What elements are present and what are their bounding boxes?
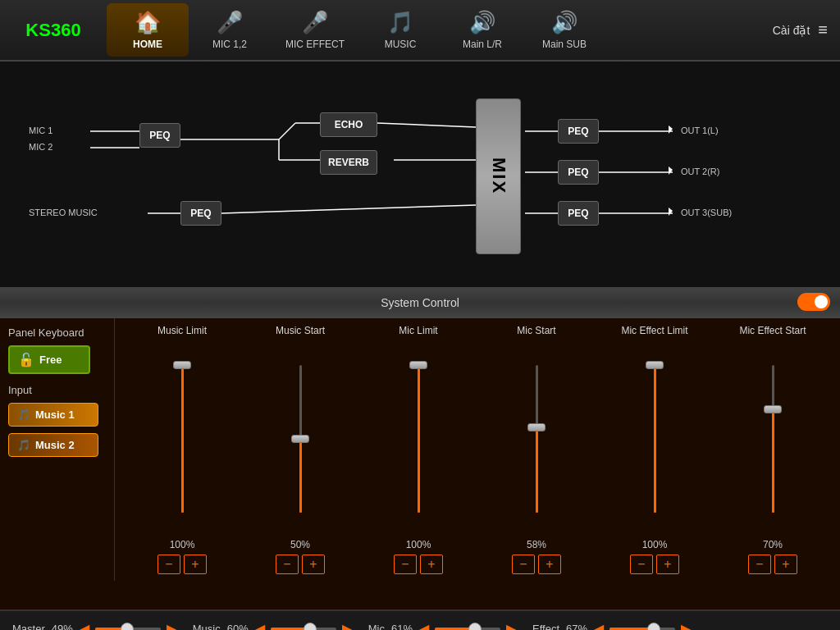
slider-track-music_start[interactable] [299,365,302,513]
music2-button[interactable]: 🎵 Music 2 [8,433,98,457]
music-left-arrow[interactable]: ◀ [255,621,265,630]
slider-plus-mic_start[interactable]: + [538,555,561,574]
slider-label-mic_effect_limit: Mic Effect Limit [621,325,687,336]
svg-marker-20 [669,167,673,175]
slider-btns-mic_effect_limit: − + [630,555,679,574]
slider-fill-mic_effect_start [772,409,774,513]
effect-slider-track[interactable] [609,628,675,631]
nav-home[interactable]: 🏠 HOME [107,3,189,57]
music1-icon: 🎵 [17,409,30,421]
slider-minus-music_limit[interactable]: − [158,555,180,574]
slider-track-container-music_start [292,343,308,535]
echo-box[interactable]: ECHO [320,112,377,137]
nav-main-sub[interactable]: 🔊 Main SUB [523,3,605,57]
slider-track-container-mic_effect_limit [646,343,663,535]
slider-minus-mic_effect_limit[interactable]: − [630,555,653,574]
master-left-arrow[interactable]: ◀ [80,621,89,630]
music1-button[interactable]: 🎵 Music 1 [8,403,98,427]
peq-mic-box[interactable]: PEQ [139,123,180,148]
master-right-arrow[interactable]: ▶ [167,621,176,630]
nav-mic12[interactable]: 🎤 MIC 1,2 [189,3,271,57]
slider-minus-mic_start[interactable]: − [512,555,535,574]
mic-effect-icon: 🎤 [302,10,328,35]
mic-right-arrow[interactable]: ▶ [506,621,516,630]
peq-out1-box[interactable]: PEQ [558,119,599,144]
slider-minus-music_start[interactable]: − [276,555,299,574]
slider-label-music_start: Music Start [276,325,325,336]
app-logo: KS360 [0,20,107,41]
nav-main-lr-label: Main L/R [463,39,502,50]
reverb-box[interactable]: REVERB [320,150,377,175]
slider-thumb-mic_effect_limit[interactable] [646,361,664,369]
nav-mic-effect[interactable]: 🎤 MIC EFFECT [271,3,359,57]
slider-fill-mic_limit [418,365,420,513]
master-label: Master [12,623,45,630]
sliders-area: Music Limit 100% − + Music Start 50% [115,318,840,581]
slider-col-mic_effect_start: Mic Effect Start 70% − + [714,325,832,574]
mic-bottom-label: Mic [368,623,385,630]
slider-track-mic_effect_limit[interactable] [654,365,656,513]
slider-thumb-music_start[interactable] [291,435,309,443]
peq-out3-box[interactable]: PEQ [558,201,599,226]
peq-music-box[interactable]: PEQ [180,201,221,226]
master-slider-track[interactable] [95,628,161,631]
slider-track-mic_start[interactable] [536,365,538,513]
slider-track-music_limit[interactable] [181,365,184,513]
slider-thumb-mic_limit[interactable] [409,361,427,369]
music-right-arrow[interactable]: ▶ [342,621,352,630]
out3-label: OUT 3(SUB) [681,208,732,217]
left-panel: Panel Keyboard 🔓 Free Input 🎵 Music 1 🎵 … [0,318,115,581]
nav-main-sub-label: Main SUB [542,39,587,50]
slider-label-mic_start: Mic Start [517,325,555,336]
panel-keyboard-label: Panel Keyboard [8,326,106,339]
slider-track-mic_limit[interactable] [418,365,420,513]
mic2-label: MIC 2 [29,142,52,152]
music-section: Music 60% ◀ ▶ [193,621,352,630]
music1-label: Music 1 [35,409,75,421]
slider-pct-mic_effect_limit: 100% [642,539,668,550]
mix-box: MIX [476,98,521,254]
free-button[interactable]: 🔓 Free [8,345,90,374]
slider-thumb-mic_start[interactable] [527,423,546,431]
slider-btns-mic_effect_start: − + [748,555,797,574]
peq-out2-box[interactable]: PEQ [558,160,599,185]
mic1-label: MIC 1 [29,126,52,135]
stereo-music-label: STEREO MUSIC [29,208,98,217]
slider-pct-mic_limit: 100% [406,539,431,550]
slider-thumb-mic_effect_start[interactable] [764,405,782,413]
nav-music[interactable]: 🎵 MUSIC [359,3,441,57]
master-pct: 49% [52,623,73,630]
slider-plus-mic_effect_start[interactable]: + [774,555,797,574]
settings-button[interactable]: Cài đặt ≡ [760,21,840,39]
slider-thumb-music_limit[interactable] [173,361,191,369]
nav-items: 🏠 HOME 🎤 MIC 1,2 🎤 MIC EFFECT 🎵 MUSIC 🔊 … [107,3,760,57]
music2-label: Music 2 [35,439,75,451]
music2-icon: 🎵 [17,439,30,451]
bottom-bar: Master 49% ◀ ▶ Music 60% ◀ ▶ Mic 61% ◀ ▶… [0,609,840,630]
slider-plus-mic_limit[interactable]: + [420,555,443,574]
slider-pct-music_limit: 100% [170,539,195,550]
slider-minus-mic_limit[interactable]: − [394,555,417,574]
mic-slider-thumb [468,623,482,631]
svg-line-11 [221,205,476,213]
slider-plus-music_limit[interactable]: + [184,555,207,574]
system-control-toggle[interactable] [797,293,830,311]
slider-track-container-mic_limit [410,343,427,535]
slider-plus-mic_effect_limit[interactable]: + [656,555,679,574]
effect-left-arrow[interactable]: ◀ [594,621,604,630]
slider-track-mic_effect_start[interactable] [772,365,774,513]
effect-bottom-pct: 67% [566,623,587,630]
slider-minus-mic_effect_start[interactable]: − [748,555,771,574]
effect-right-arrow[interactable]: ▶ [681,621,691,630]
system-control-header: System Control [0,287,840,318]
svg-line-7 [377,123,476,127]
mic-left-arrow[interactable]: ◀ [419,621,429,630]
effect-section: Effect 67% ◀ ▶ [532,621,691,630]
mic-slider-track[interactable] [435,628,500,631]
slider-plus-music_start[interactable]: + [302,555,325,574]
music-bottom-pct: 60% [227,623,249,630]
slider-col-music_limit: Music Limit 100% − + [123,325,241,574]
svg-marker-19 [669,126,673,134]
nav-main-lr[interactable]: 🔊 Main L/R [441,3,523,57]
music-slider-track[interactable] [271,628,336,631]
